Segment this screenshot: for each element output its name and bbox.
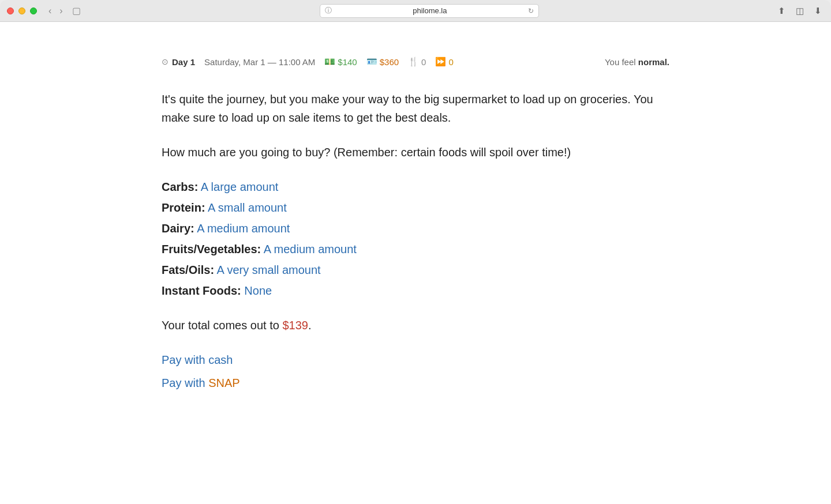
meals-icon: 🍴 — [408, 57, 419, 67]
info-icon: ⓘ — [325, 6, 332, 16]
forward-button[interactable]: › — [57, 5, 65, 17]
food-list: Carbs: A large amount Protein: A small a… — [162, 178, 669, 300]
content-area: ⊙ Day 1 Saturday, Mar 1 — 11:00 AM 💵 $14… — [0, 22, 831, 504]
intro-paragraph: It's quite the journey, but you make you… — [162, 90, 669, 127]
fats-item: Fats/Oils: A very small amount — [162, 261, 669, 279]
feel-prefix: You feel — [605, 57, 638, 67]
protein-label: Protein: — [162, 201, 205, 214]
clock-icon: ⊙ — [162, 57, 169, 66]
address-bar[interactable]: ⓘ philome.la ↻ — [320, 4, 539, 18]
instant-label: Instant Foods: — [162, 284, 241, 297]
instant-amount-link[interactable]: None — [244, 284, 272, 297]
cash-stat: 💵 $140 — [324, 57, 357, 67]
fast-icon: ⏩ — [435, 57, 446, 67]
reload-icon[interactable]: ↻ — [528, 7, 534, 15]
sidebar-toggle-button[interactable]: ▢ — [70, 4, 83, 17]
nav-buttons: ‹ › — [46, 5, 65, 17]
question-paragraph: How much are you going to buy? (Remember… — [162, 143, 669, 161]
meals-value: 0 — [421, 57, 426, 67]
browser-window: ‹ › ▢ ⓘ philome.la ↻ ⬆ ◫ ⬇ ⊙ Day 1 Satur… — [0, 0, 831, 504]
fruits-label: Fruits/Vegetables: — [162, 243, 261, 255]
cash-value: $140 — [338, 57, 357, 67]
payment-options: Pay with cash Pay with SNAP — [162, 351, 669, 392]
snap-value: $360 — [380, 57, 399, 67]
dairy-item: Dairy: A medium amount — [162, 219, 669, 238]
traffic-lights — [7, 7, 37, 14]
total-prefix: Your total comes out to — [162, 319, 282, 332]
carbs-amount-link[interactable]: A large amount — [201, 180, 279, 193]
protein-item: Protein: A small amount — [162, 198, 669, 217]
total-line: Your total comes out to $139. — [162, 316, 669, 334]
minimize-button[interactable] — [18, 7, 25, 14]
tab-overview-button[interactable]: ◫ — [793, 5, 806, 17]
fruits-amount-link[interactable]: A medium amount — [264, 243, 357, 255]
share-button[interactable]: ⬆ — [776, 5, 788, 17]
feel-text: You feel normal. — [605, 57, 669, 67]
total-suffix: . — [308, 319, 312, 332]
title-bar: ‹ › ▢ ⓘ philome.la ↻ ⬆ ◫ ⬇ — [0, 0, 831, 22]
fruits-item: Fruits/Vegetables: A medium amount — [162, 240, 669, 258]
snap-icon: 🪪 — [366, 57, 377, 67]
address-bar-container: ⓘ philome.la ↻ — [88, 4, 771, 18]
main-content: It's quite the journey, but you make you… — [162, 90, 669, 392]
back-button[interactable]: ‹ — [46, 5, 54, 17]
snap-stat: 🪪 $360 — [366, 57, 399, 67]
fats-amount-link[interactable]: A very small amount — [217, 264, 321, 276]
pay-snap-word: SNAP — [208, 377, 239, 389]
day-display: ⊙ Day 1 — [162, 57, 195, 67]
cash-icon: 💵 — [324, 57, 335, 67]
fast-stat: ⏩ 0 — [435, 57, 453, 67]
toolbar-right: ⬆ ◫ ⬇ — [776, 5, 824, 17]
instant-item: Instant Foods: None — [162, 281, 669, 300]
pay-snap-prefix: Pay with — [162, 377, 208, 389]
feel-value: normal. — [638, 57, 669, 67]
carbs-item: Carbs: A large amount — [162, 178, 669, 196]
date-time: Saturday, Mar 1 — 11:00 AM — [204, 57, 315, 67]
pay-snap-link[interactable]: Pay with SNAP — [162, 374, 669, 392]
fast-value: 0 — [448, 57, 453, 67]
pay-cash-link[interactable]: Pay with cash — [162, 351, 669, 369]
dairy-amount-link[interactable]: A medium amount — [197, 222, 290, 235]
close-button[interactable] — [7, 7, 14, 14]
download-button[interactable]: ⬇ — [812, 5, 824, 17]
carbs-label: Carbs: — [162, 180, 198, 193]
dairy-label: Dairy: — [162, 222, 194, 235]
total-amount: $139 — [282, 319, 308, 332]
status-bar: ⊙ Day 1 Saturday, Mar 1 — 11:00 AM 💵 $14… — [162, 57, 669, 67]
day-label: Day 1 — [172, 57, 195, 67]
maximize-button[interactable] — [30, 7, 37, 14]
fats-label: Fats/Oils: — [162, 264, 214, 276]
url-text: philome.la — [335, 6, 525, 15]
protein-amount-link[interactable]: A small amount — [208, 201, 287, 214]
meals-stat: 🍴 0 — [408, 57, 426, 67]
